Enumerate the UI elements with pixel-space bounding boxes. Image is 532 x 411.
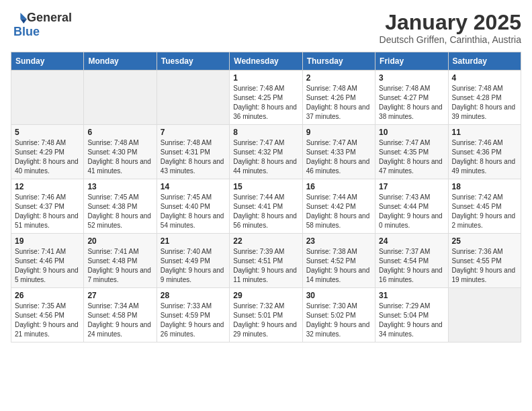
day-info: Sunrise: 7:41 AM Sunset: 4:46 PM Dayligh…	[15, 247, 80, 285]
day-number: 16	[306, 182, 371, 191]
header-thursday: Thursday	[302, 52, 375, 71]
calendar-cell: 11Sunrise: 7:46 AM Sunset: 4:36 PM Dayli…	[448, 125, 521, 179]
calendar-cell: 21Sunrise: 7:40 AM Sunset: 4:49 PM Dayli…	[157, 234, 229, 288]
page-header: General Blue January 2025 Deutsch Griffe…	[11, 11, 521, 45]
calendar-cell: 16Sunrise: 7:44 AM Sunset: 4:42 PM Dayli…	[302, 179, 375, 234]
calendar-cell: 13Sunrise: 7:45 AM Sunset: 4:38 PM Dayli…	[84, 179, 157, 234]
calendar-week-row: 1Sunrise: 7:48 AM Sunset: 4:25 PM Daylig…	[11, 71, 521, 125]
day-number: 4	[452, 73, 517, 83]
day-info: Sunrise: 7:43 AM Sunset: 4:44 PM Dayligh…	[379, 193, 444, 230]
day-info: Sunrise: 7:47 AM Sunset: 4:35 PM Dayligh…	[379, 138, 444, 176]
calendar-cell	[157, 71, 229, 125]
day-number: 22	[233, 236, 298, 246]
day-info: Sunrise: 7:33 AM Sunset: 4:59 PM Dayligh…	[161, 302, 226, 339]
day-info: Sunrise: 7:36 AM Sunset: 4:55 PM Dayligh…	[452, 247, 517, 285]
logo-blue: Blue	[13, 25, 40, 39]
day-info: Sunrise: 7:37 AM Sunset: 4:54 PM Dayligh…	[379, 247, 444, 285]
day-number: 1	[233, 73, 298, 83]
day-info: Sunrise: 7:48 AM Sunset: 4:31 PM Dayligh…	[161, 138, 226, 176]
calendar-title: January 2025	[380, 11, 521, 34]
calendar-cell: 26Sunrise: 7:35 AM Sunset: 4:56 PM Dayli…	[11, 288, 84, 342]
calendar-cell: 22Sunrise: 7:39 AM Sunset: 4:51 PM Dayli…	[230, 234, 302, 288]
day-number: 20	[87, 236, 152, 246]
day-number: 14	[161, 182, 226, 191]
calendar-cell: 31Sunrise: 7:29 AM Sunset: 5:04 PM Dayli…	[375, 288, 448, 342]
calendar-header-row: Sunday Monday Tuesday Wednesday Thursday…	[11, 52, 521, 71]
day-number: 13	[87, 182, 152, 191]
day-number: 24	[379, 236, 444, 246]
day-number: 15	[233, 182, 298, 191]
day-info: Sunrise: 7:29 AM Sunset: 5:04 PM Dayligh…	[379, 302, 444, 339]
calendar-cell: 8Sunrise: 7:47 AM Sunset: 4:32 PM Daylig…	[230, 125, 302, 179]
calendar-cell: 27Sunrise: 7:34 AM Sunset: 4:58 PM Dayli…	[84, 288, 157, 342]
calendar-week-row: 12Sunrise: 7:46 AM Sunset: 4:37 PM Dayli…	[11, 179, 521, 234]
day-info: Sunrise: 7:47 AM Sunset: 4:33 PM Dayligh…	[306, 138, 371, 176]
svg-marker-0	[20, 13, 27, 19]
header-wednesday: Wednesday	[230, 52, 302, 71]
calendar-cell: 28Sunrise: 7:33 AM Sunset: 4:59 PM Dayli…	[157, 288, 229, 342]
day-info: Sunrise: 7:32 AM Sunset: 5:01 PM Dayligh…	[233, 302, 298, 339]
logo-icon	[11, 11, 27, 25]
calendar-cell: 25Sunrise: 7:36 AM Sunset: 4:55 PM Dayli…	[448, 234, 521, 288]
day-info: Sunrise: 7:46 AM Sunset: 4:36 PM Dayligh…	[452, 138, 517, 176]
calendar-cell: 9Sunrise: 7:47 AM Sunset: 4:33 PM Daylig…	[302, 125, 375, 179]
calendar-cell: 6Sunrise: 7:48 AM Sunset: 4:30 PM Daylig…	[84, 125, 157, 179]
day-number: 5	[15, 128, 80, 137]
day-number: 10	[379, 128, 444, 137]
day-number: 25	[452, 236, 517, 246]
logo-general: General	[27, 11, 72, 25]
calendar-cell: 20Sunrise: 7:41 AM Sunset: 4:48 PM Dayli…	[84, 234, 157, 288]
day-info: Sunrise: 7:44 AM Sunset: 4:41 PM Dayligh…	[233, 193, 298, 230]
svg-marker-1	[20, 19, 27, 23]
calendar-week-row: 5Sunrise: 7:48 AM Sunset: 4:29 PM Daylig…	[11, 125, 521, 179]
day-number: 11	[452, 128, 517, 137]
calendar-cell: 4Sunrise: 7:48 AM Sunset: 4:28 PM Daylig…	[448, 71, 521, 125]
day-number: 19	[15, 236, 80, 246]
day-number: 27	[87, 291, 152, 300]
day-info: Sunrise: 7:48 AM Sunset: 4:26 PM Dayligh…	[306, 84, 371, 122]
day-number: 23	[306, 236, 371, 246]
calendar-cell	[448, 288, 521, 342]
day-number: 8	[233, 128, 298, 137]
calendar-cell: 5Sunrise: 7:48 AM Sunset: 4:29 PM Daylig…	[11, 125, 84, 179]
header-monday: Monday	[84, 52, 157, 71]
calendar-cell: 17Sunrise: 7:43 AM Sunset: 4:44 PM Dayli…	[375, 179, 448, 234]
day-info: Sunrise: 7:34 AM Sunset: 4:58 PM Dayligh…	[87, 302, 152, 339]
day-number: 21	[161, 236, 226, 246]
calendar-cell	[84, 71, 157, 125]
calendar-cell: 18Sunrise: 7:42 AM Sunset: 4:45 PM Dayli…	[448, 179, 521, 234]
day-number: 28	[161, 291, 226, 300]
day-number: 18	[452, 182, 517, 191]
day-number: 29	[233, 291, 298, 300]
calendar-cell: 1Sunrise: 7:48 AM Sunset: 4:25 PM Daylig…	[230, 71, 302, 125]
day-number: 12	[15, 182, 80, 191]
day-info: Sunrise: 7:41 AM Sunset: 4:48 PM Dayligh…	[87, 247, 152, 285]
calendar-cell: 15Sunrise: 7:44 AM Sunset: 4:41 PM Dayli…	[230, 179, 302, 234]
day-info: Sunrise: 7:47 AM Sunset: 4:32 PM Dayligh…	[233, 138, 298, 176]
calendar-cell: 30Sunrise: 7:30 AM Sunset: 5:02 PM Dayli…	[302, 288, 375, 342]
day-number: 17	[379, 182, 444, 191]
day-info: Sunrise: 7:48 AM Sunset: 4:25 PM Dayligh…	[233, 84, 298, 122]
logo: General Blue	[11, 11, 72, 39]
header-friday: Friday	[375, 52, 448, 71]
day-number: 2	[306, 73, 371, 83]
day-info: Sunrise: 7:40 AM Sunset: 4:49 PM Dayligh…	[161, 247, 226, 285]
header-tuesday: Tuesday	[157, 52, 229, 71]
day-info: Sunrise: 7:48 AM Sunset: 4:30 PM Dayligh…	[87, 138, 152, 176]
calendar-subtitle: Deutsch Griffen, Carinthia, Austria	[380, 34, 521, 45]
day-info: Sunrise: 7:42 AM Sunset: 4:45 PM Dayligh…	[452, 193, 517, 230]
calendar-week-row: 19Sunrise: 7:41 AM Sunset: 4:46 PM Dayli…	[11, 234, 521, 288]
day-info: Sunrise: 7:38 AM Sunset: 4:52 PM Dayligh…	[306, 247, 371, 285]
calendar-cell: 19Sunrise: 7:41 AM Sunset: 4:46 PM Dayli…	[11, 234, 84, 288]
day-info: Sunrise: 7:48 AM Sunset: 4:29 PM Dayligh…	[15, 138, 80, 176]
header-saturday: Saturday	[448, 52, 521, 71]
day-info: Sunrise: 7:35 AM Sunset: 4:56 PM Dayligh…	[15, 302, 80, 339]
day-info: Sunrise: 7:45 AM Sunset: 4:38 PM Dayligh…	[87, 193, 152, 230]
day-number: 6	[87, 128, 152, 137]
calendar-cell: 23Sunrise: 7:38 AM Sunset: 4:52 PM Dayli…	[302, 234, 375, 288]
day-info: Sunrise: 7:44 AM Sunset: 4:42 PM Dayligh…	[306, 193, 371, 230]
calendar-cell: 29Sunrise: 7:32 AM Sunset: 5:01 PM Dayli…	[230, 288, 302, 342]
header-sunday: Sunday	[11, 52, 84, 71]
calendar-cell: 7Sunrise: 7:48 AM Sunset: 4:31 PM Daylig…	[157, 125, 229, 179]
calendar-cell	[11, 71, 84, 125]
